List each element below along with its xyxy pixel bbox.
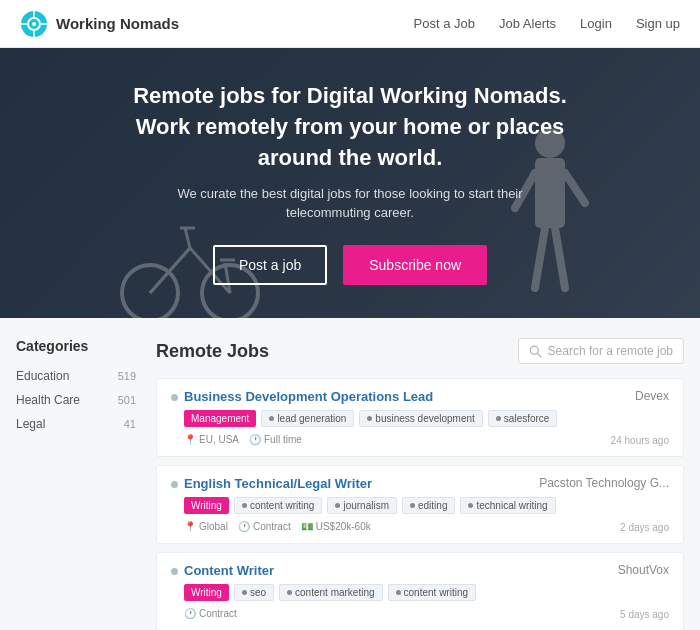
- job-time: 24 hours ago: [611, 435, 669, 446]
- job-card-header: English Technical/Legal Writer Pacston T…: [171, 476, 669, 491]
- job-category-tag[interactable]: Writing: [184, 497, 229, 514]
- job-tags: Management lead generation business deve…: [171, 410, 669, 427]
- job-dot-icon: [171, 481, 178, 488]
- job-category-tag[interactable]: Writing: [184, 584, 229, 601]
- job-tags: Writing seo content marketing content wr…: [171, 584, 669, 601]
- sidebar-item-healthcare[interactable]: Health Care 501: [16, 388, 136, 412]
- job-tag: seo: [234, 584, 274, 601]
- sidebar-count-legal: 41: [124, 418, 136, 430]
- job-tag: content writing: [388, 584, 476, 601]
- job-tag: editing: [402, 497, 455, 514]
- post-job-button[interactable]: Post a job: [213, 245, 327, 285]
- job-meta: 📍 Global 🕐 Contract 💵 US$20k-60k: [171, 521, 371, 532]
- job-tag: content marketing: [279, 584, 383, 601]
- sidebar-count-healthcare: 501: [118, 394, 136, 406]
- job-dot-icon: [171, 394, 178, 401]
- job-time: 2 days ago: [620, 522, 669, 533]
- brand-logo-icon: [20, 10, 48, 38]
- tag-dot-icon: [410, 503, 415, 508]
- search-box[interactable]: Search for a remote job: [518, 338, 684, 364]
- tag-dot-icon: [287, 590, 292, 595]
- job-title[interactable]: Business Development Operations Lead: [184, 389, 433, 404]
- hero-buttons: Post a job Subscribe now: [133, 245, 567, 285]
- content-header: Remote Jobs Search for a remote job: [156, 338, 684, 364]
- job-tag: lead generation: [261, 410, 354, 427]
- hero-subtitle: We curate the best digital jobs for thos…: [133, 184, 567, 223]
- job-tag: journalism: [327, 497, 397, 514]
- job-salary: 💵 US$20k-60k: [301, 521, 371, 532]
- sidebar-count-education: 519: [118, 370, 136, 382]
- job-tags: Writing content writing journalism editi…: [171, 497, 669, 514]
- content-title: Remote Jobs: [156, 341, 269, 362]
- sidebar-title: Categories: [16, 338, 136, 354]
- job-tag: business development: [359, 410, 483, 427]
- sidebar-item-legal[interactable]: Legal 41: [16, 412, 136, 436]
- search-icon: [529, 345, 542, 358]
- subscribe-button[interactable]: Subscribe now: [343, 245, 487, 285]
- job-card: English Technical/Legal Writer Pacston T…: [156, 465, 684, 544]
- sidebar: Categories Education 519 Health Care 501…: [16, 338, 136, 630]
- search-placeholder: Search for a remote job: [548, 344, 673, 358]
- job-type: 🕐 Contract: [238, 521, 291, 532]
- sidebar-label-healthcare: Health Care: [16, 393, 80, 407]
- job-location: 📍 EU, USA: [184, 434, 239, 445]
- tag-dot-icon: [242, 503, 247, 508]
- job-footer: 🕐 Contract 5 days ago: [171, 606, 669, 620]
- job-tag: salesforce: [488, 410, 558, 427]
- tag-dot-icon: [367, 416, 372, 421]
- job-title-row: Content Writer: [171, 563, 274, 578]
- tag-dot-icon: [335, 503, 340, 508]
- tag-dot-icon: [496, 416, 501, 421]
- svg-point-2: [32, 22, 36, 26]
- job-tag: content writing: [234, 497, 322, 514]
- main-layout: Categories Education 519 Health Care 501…: [0, 318, 700, 630]
- job-type: 🕐 Contract: [184, 608, 237, 619]
- nav-signup[interactable]: Sign up: [636, 16, 680, 31]
- tag-dot-icon: [242, 590, 247, 595]
- job-card-header: Content Writer ShoutVox: [171, 563, 669, 578]
- job-meta: 🕐 Contract: [171, 608, 237, 619]
- hero-section: Remote jobs for Digital Working Nomads.W…: [0, 48, 700, 318]
- job-card-header: Business Development Operations Lead Dev…: [171, 389, 669, 404]
- content-area: Remote Jobs Search for a remote job Busi…: [156, 338, 684, 630]
- nav-job-alerts[interactable]: Job Alerts: [499, 16, 556, 31]
- brand-name: Working Nomads: [56, 15, 179, 32]
- tag-dot-icon: [269, 416, 274, 421]
- job-title-row: English Technical/Legal Writer: [171, 476, 372, 491]
- hero-title: Remote jobs for Digital Working Nomads.W…: [133, 81, 567, 173]
- job-title[interactable]: English Technical/Legal Writer: [184, 476, 372, 491]
- job-category-tag[interactable]: Management: [184, 410, 256, 427]
- job-title-row: Business Development Operations Lead: [171, 389, 433, 404]
- job-footer: 📍 EU, USA 🕐 Full time 24 hours ago: [171, 432, 669, 446]
- tag-dot-icon: [468, 503, 473, 508]
- job-type: 🕐 Full time: [249, 434, 302, 445]
- sidebar-item-education[interactable]: Education 519: [16, 364, 136, 388]
- navbar-links: Post a Job Job Alerts Login Sign up: [414, 16, 680, 31]
- job-location: 📍 Global: [184, 521, 228, 532]
- job-card: Business Development Operations Lead Dev…: [156, 378, 684, 457]
- sidebar-label-legal: Legal: [16, 417, 45, 431]
- hero-content: Remote jobs for Digital Working Nomads.W…: [93, 81, 607, 284]
- job-company: ShoutVox: [618, 563, 669, 577]
- nav-post-job[interactable]: Post a Job: [414, 16, 475, 31]
- nav-login[interactable]: Login: [580, 16, 612, 31]
- job-tag: technical writing: [460, 497, 555, 514]
- job-company: Devex: [635, 389, 669, 403]
- sidebar-label-education: Education: [16, 369, 69, 383]
- svg-line-23: [537, 353, 540, 356]
- navbar: Working Nomads Post a Job Job Alerts Log…: [0, 0, 700, 48]
- job-dot-icon: [171, 568, 178, 575]
- job-meta: 📍 EU, USA 🕐 Full time: [171, 434, 302, 445]
- tag-dot-icon: [396, 590, 401, 595]
- job-time: 5 days ago: [620, 609, 669, 620]
- job-card: Content Writer ShoutVox Writing seo cont…: [156, 552, 684, 630]
- job-footer: 📍 Global 🕐 Contract 💵 US$20k-60k 2 days …: [171, 519, 669, 533]
- job-title[interactable]: Content Writer: [184, 563, 274, 578]
- job-company: Pacston Technology G...: [539, 476, 669, 490]
- brand: Working Nomads: [20, 10, 179, 38]
